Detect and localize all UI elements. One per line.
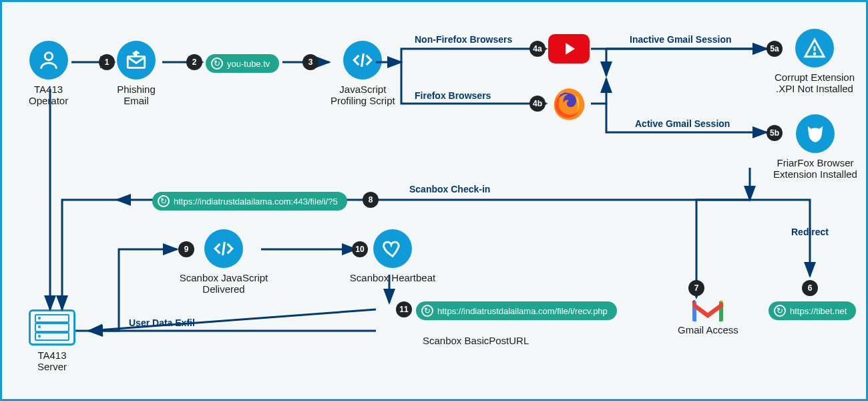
attack-chain-diagram: TA413 Operator Phishing Email JavaScript… — [0, 0, 868, 401]
node-youtube — [548, 34, 590, 63]
pill-text: you-tube.tv — [227, 59, 270, 69]
reload-icon: ↻ — [158, 195, 170, 207]
reload-icon: ↻ — [211, 57, 223, 70]
youtube-icon — [548, 34, 590, 63]
node-label: Scanbox BasicPostURL — [423, 335, 529, 346]
step-badge-6: 6 — [802, 280, 818, 296]
pill-checkin-url: ↻ https://indiatrustdalailama.com:443/fi… — [152, 192, 347, 211]
edge-firefox: Firefox Browsers — [415, 90, 491, 101]
phishing-email-icon — [117, 41, 156, 80]
node-label: TA413 Operator — [29, 84, 68, 106]
step-badge-3: 3 — [302, 54, 318, 70]
step-badge-10: 10 — [352, 241, 368, 257]
edge-non-firefox: Non-Firefox Browsers — [415, 34, 512, 45]
edge-active-gmail: Active Gmail Session — [635, 118, 730, 129]
step-badge-4a: 4a — [529, 41, 546, 57]
firefox-icon — [548, 85, 586, 122]
step-badge-2: 2 — [186, 54, 202, 70]
node-label: JavaScript Profiling Script — [331, 84, 395, 106]
pill-text: https://indiatrustdalailama.com/file/i/r… — [437, 306, 608, 316]
node-label: FriarFox Browser Extension Installed — [773, 157, 857, 180]
node-label: TA413 Server — [37, 350, 67, 372]
node-basicposturl: Scanbox BasicPostURL — [423, 335, 529, 346]
node-label: Gmail Access — [678, 324, 738, 336]
node-friarfox: FriarFox Browser Extension Installed — [769, 114, 862, 180]
step-badge-9: 9 — [178, 241, 194, 257]
node-operator: TA413 Operator — [29, 41, 68, 106]
edge-inactive-gmail: Inactive Gmail Session — [630, 34, 732, 45]
step-badge-7: 7 — [688, 280, 704, 296]
edge-redirect: Redirect — [791, 227, 829, 237]
node-js-profiling: JavaScript Profiling Script — [331, 41, 395, 106]
user-icon — [29, 41, 68, 80]
pill-text: https://indiatrustdalailama.com:443/file… — [174, 196, 338, 207]
node-label: Corrupt Extension .XPI Not Installed — [775, 72, 855, 94]
pill-text: https://tibet.net — [790, 306, 847, 316]
step-badge-4b: 4b — [529, 96, 546, 112]
step-badge-5a: 5a — [767, 41, 783, 57]
svg-point-8 — [814, 53, 815, 55]
node-label: Scanbox JavaScript Delivered — [180, 272, 268, 295]
step-badge-1: 1 — [99, 54, 115, 70]
node-label: Phishing Email — [117, 84, 156, 106]
node-firefox — [548, 85, 586, 122]
node-phishing-email: Phishing Email — [117, 41, 156, 106]
pill-recv-url: ↻ https://indiatrustdalailama.com/file/i… — [416, 301, 617, 320]
code-icon — [343, 41, 382, 80]
reload-icon: ↻ — [421, 305, 433, 317]
edge-user-data-exfil: User Data Exfil — [129, 317, 195, 328]
step-badge-11: 11 — [396, 301, 412, 317]
pill-youtube-tv: ↻ you-tube.tv — [206, 54, 279, 73]
node-gmail: Gmail Access — [678, 297, 738, 336]
svg-point-5 — [45, 53, 52, 60]
step-badge-8: 8 — [363, 192, 379, 208]
node-corrupt-ext: Corrupt Extension .XPI Not Installed — [769, 29, 861, 94]
node-server: TA413 Server — [29, 309, 75, 372]
server-icon — [29, 309, 75, 346]
edge-scanbox-checkin: Scanbox Check-in — [409, 184, 490, 194]
pill-tibet: ↻ https://tibet.net — [769, 301, 856, 320]
warning-icon — [795, 29, 834, 68]
fox-icon — [796, 114, 835, 153]
reload-icon: ↻ — [774, 305, 786, 317]
code-icon — [204, 229, 243, 268]
step-badge-5b: 5b — [767, 125, 783, 141]
heart-icon — [373, 229, 412, 268]
gmail-icon — [690, 297, 726, 324]
node-label: Scanbox Heartbeat — [350, 272, 435, 283]
node-scanbox-js: Scanbox JavaScript Delivered — [177, 229, 270, 295]
